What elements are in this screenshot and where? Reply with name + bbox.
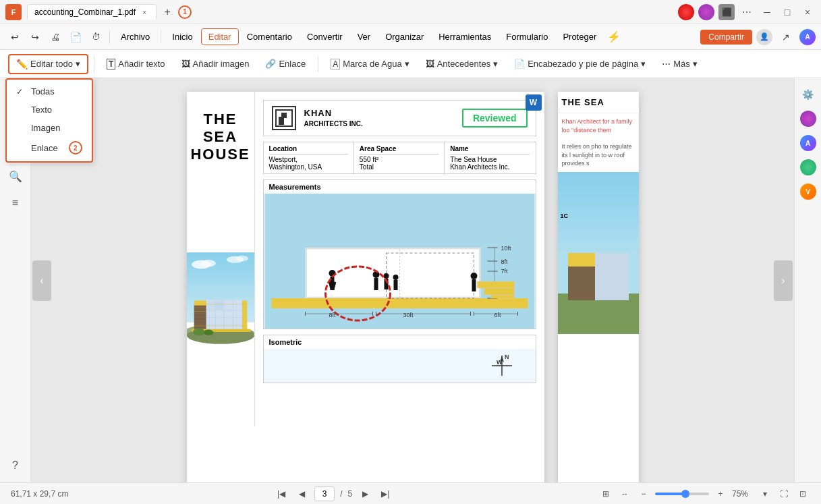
more-button[interactable]: ⋯ Más ▾: [655, 55, 704, 72]
menu-editar[interactable]: Editar: [201, 28, 239, 45]
fit-width-button[interactable]: ↔: [617, 486, 632, 501]
add-image-button[interactable]: 🖼 Añadir imagen: [175, 55, 256, 72]
print-button[interactable]: 🖨: [46, 28, 65, 47]
sidebar-help-icon[interactable]: ?: [4, 454, 27, 477]
view-mode-button[interactable]: ⊡: [795, 486, 810, 501]
user-avatar[interactable]: 👤: [756, 29, 772, 45]
first-page-button[interactable]: |◀: [274, 486, 289, 501]
menu-proteger[interactable]: Proteger: [556, 29, 603, 45]
share-button[interactable]: Compartir: [700, 30, 752, 45]
fit-page-button[interactable]: ⊞: [598, 486, 613, 501]
add-tab-button[interactable]: +: [159, 4, 175, 20]
toolbar-separator-1: [94, 56, 94, 72]
current-page-input[interactable]: [314, 486, 335, 501]
right-panel-sliders-icon[interactable]: ⚙️: [797, 84, 819, 105]
menu-archivo[interactable]: Archivo: [114, 29, 157, 45]
status-center: |◀ ◀ / 5 ▶ ▶|: [74, 486, 593, 501]
dropdown-item-enlace[interactable]: Enlace 2: [7, 137, 92, 159]
toolbar-separator-2: [318, 56, 318, 72]
maximize-button[interactable]: □: [779, 4, 795, 20]
zoom-in-button[interactable]: +: [713, 486, 728, 501]
right-panel-green-icon[interactable]: [797, 157, 819, 178]
zoom-slider[interactable]: [655, 493, 709, 495]
menu-comentario[interactable]: Comentario: [240, 29, 299, 45]
status-bar: 61,71 x 29,7 cm |◀ ◀ / 5 ▶ ▶| ⊞ ↔ − + 75…: [0, 482, 821, 504]
background-button[interactable]: 🖼 Antecedentes ▾: [419, 55, 505, 72]
reviewed-badge: Reviewed: [462, 109, 528, 128]
location-grid: Location Westport, Washington, USA Area …: [263, 142, 536, 174]
watermark-button[interactable]: A Marca de Agua ▾: [324, 55, 416, 73]
zoom-thumb: [681, 490, 689, 498]
right-panel-ai-icon[interactable]: A: [797, 132, 819, 154]
content-area: ‹ › W THE SEA HOUSE: [31, 78, 794, 482]
menu-formulario[interactable]: Formulario: [499, 29, 555, 45]
svg-rect-59: [472, 279, 476, 291]
check-icon: ✓: [16, 87, 26, 96]
svg-point-28: [201, 260, 215, 267]
prev-page-arrow[interactable]: ‹: [32, 260, 51, 301]
page-title: THE SEA HOUSE: [187, 111, 254, 163]
header-footer-button[interactable]: 📄 Encabezado y pie de página ▾: [507, 55, 652, 72]
menu-convertir[interactable]: Convertir: [300, 29, 349, 45]
menu-herramientas[interactable]: Herramientas: [432, 29, 498, 45]
close-button[interactable]: ×: [799, 4, 816, 20]
sidebar-search-icon[interactable]: 🔍: [4, 165, 27, 188]
circle-badge-1: 1: [178, 5, 192, 19]
prev-page-button[interactable]: ◀: [294, 486, 309, 501]
link-button[interactable]: 🔗 Enlace: [258, 55, 312, 72]
minimize-button[interactable]: ─: [759, 4, 775, 20]
svg-point-30: [236, 256, 248, 262]
right-strip-intro: Khan Architect for a family loo "distanc…: [558, 113, 639, 138]
profile-icon-purple[interactable]: [698, 4, 714, 20]
zoom-level-label: 75%: [732, 489, 754, 499]
new-file-button[interactable]: 📄: [66, 28, 85, 47]
last-page-button[interactable]: ▶|: [378, 486, 393, 501]
monitor-icon[interactable]: ⬛: [718, 4, 735, 20]
svg-rect-85: [595, 253, 629, 300]
svg-text:8ft: 8ft: [501, 258, 508, 265]
svg-text:7ft: 7ft: [501, 268, 508, 275]
redo-button[interactable]: ↪: [26, 28, 45, 47]
house-illustration: [187, 170, 254, 426]
menu-organizar[interactable]: Organizar: [378, 29, 430, 45]
svg-point-25: [192, 329, 204, 336]
edit-all-button[interactable]: ✏️ Editar todo ▾: [8, 54, 88, 74]
svg-rect-57: [393, 280, 397, 290]
menu-inicio[interactable]: Inicio: [165, 29, 199, 45]
menu-bar: ↩ ↪ 🖨 📄 ⏱ Archivo Inicio Editar Comentar…: [0, 24, 821, 50]
svg-point-58: [470, 273, 477, 279]
dropdown-item-texto[interactable]: Texto: [7, 101, 92, 119]
next-page-arrow[interactable]: ›: [774, 260, 793, 301]
svg-rect-15: [215, 301, 223, 310]
tab-active[interactable]: accounting_Combinar_1.pdf ×: [27, 4, 157, 20]
more-options-button[interactable]: ⋯: [739, 4, 755, 20]
right-panel-orange-icon[interactable]: V: [797, 181, 819, 202]
lightning-button[interactable]: ⚡: [604, 28, 623, 47]
sidebar-layers-icon[interactable]: ≡: [4, 192, 27, 215]
dropdown-item-todas[interactable]: ✓ Todas: [7, 82, 92, 101]
tab-close-button[interactable]: ×: [140, 7, 149, 17]
khan-name: KHAN ARCHITECTS INC.: [304, 107, 363, 129]
svg-text:8ft: 8ft: [329, 312, 336, 318]
dropdown-item-imagen[interactable]: Imagen: [7, 119, 92, 137]
fullscreen-button[interactable]: ⛶: [776, 486, 791, 501]
zoom-dropdown-button[interactable]: ▾: [758, 486, 772, 501]
title-bar-right: ⬛ ⋯ ─ □ ×: [678, 4, 816, 20]
next-page-button[interactable]: ▶: [358, 486, 372, 501]
word-badge: W: [526, 94, 542, 111]
zoom-out-button[interactable]: −: [636, 486, 651, 501]
title-bar: F accounting_Combinar_1.pdf × + 1 ⬛ ⋯ ─ …: [0, 0, 821, 24]
add-text-button[interactable]: T Añadir texto: [100, 55, 172, 73]
svg-text:6ft: 6ft: [494, 312, 501, 318]
right-strip-image: 1C: [558, 172, 639, 334]
export-button[interactable]: ↗: [776, 28, 795, 47]
right-panel-avatar-icon[interactable]: [797, 108, 819, 130]
pdf-scroll: W THE SEA HOUSE: [31, 78, 794, 482]
ai-button[interactable]: A: [799, 29, 816, 45]
profile-icon-red[interactable]: [678, 4, 694, 20]
measurements-diagram: 10ft 8ft 7ft: [264, 194, 536, 329]
timer-button[interactable]: ⏱: [86, 28, 105, 47]
menu-ver[interactable]: Ver: [351, 29, 378, 45]
svg-rect-33: [281, 113, 287, 118]
undo-button[interactable]: ↩: [5, 28, 24, 47]
